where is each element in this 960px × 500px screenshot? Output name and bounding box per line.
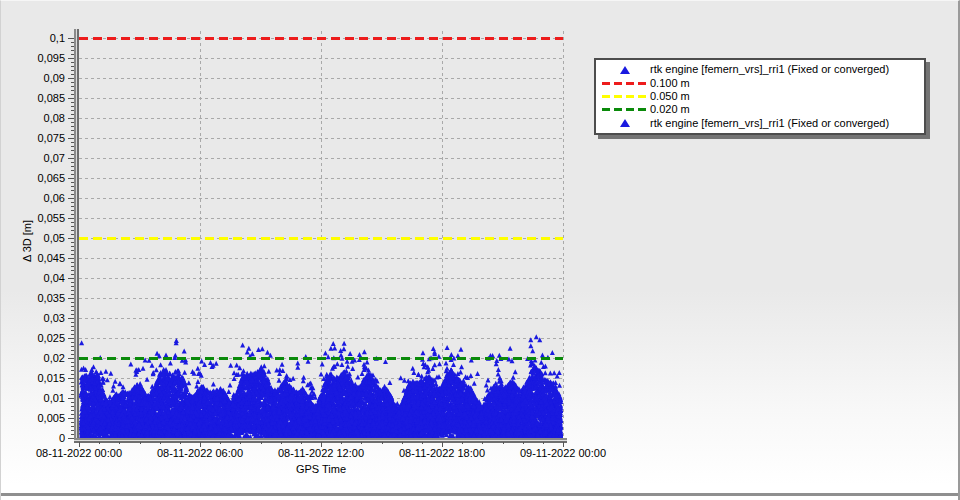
y-minor-tick: [71, 334, 74, 335]
y-minor-tick: [71, 422, 74, 423]
x-minor-tick: [281, 442, 282, 444]
legend-row: 0.050 m: [596, 90, 924, 103]
y-major-tick: [68, 178, 74, 179]
x-minor-tick: [220, 442, 221, 444]
app-window: 0,10,0950,090,0850,080,0750,070,0650,060…: [0, 0, 960, 500]
x-minor-tick: [422, 442, 423, 444]
y-minor-tick: [71, 370, 74, 371]
y-tick-label: 0,08: [1, 112, 65, 125]
scatter-canvas[interactable]: [79, 29, 563, 438]
y-minor-tick: [71, 226, 74, 227]
legend-dash-marker-icon: [596, 108, 650, 111]
y-minor-tick: [71, 42, 74, 43]
dash-icon: [602, 82, 646, 85]
y-major-tick: [68, 338, 74, 339]
triangle-icon: [620, 119, 630, 127]
x-minor-tick: [261, 442, 262, 444]
y-major-tick: [68, 378, 74, 379]
y-minor-tick: [71, 314, 74, 315]
y-major-tick: [68, 138, 74, 139]
y-minor-tick: [71, 262, 74, 263]
y-major-tick: [68, 398, 74, 399]
y-tick-label: 0,09: [1, 72, 65, 85]
y-minor-tick: [71, 290, 74, 291]
x-minor-tick: [382, 442, 383, 444]
ref-line-0.100m: [79, 37, 563, 40]
y-major-tick: [68, 198, 74, 199]
y-minor-tick: [71, 242, 74, 243]
y-minor-tick: [71, 406, 74, 407]
legend-row: 0.020 m: [596, 103, 924, 116]
y-minor-tick: [71, 342, 74, 343]
y-minor-tick: [71, 90, 74, 91]
y-minor-tick: [71, 390, 74, 391]
y-minor-tick: [71, 282, 74, 283]
y-minor-tick: [71, 434, 74, 435]
y-minor-tick: [71, 286, 74, 287]
y-minor-tick: [71, 350, 74, 351]
x-minor-tick: [119, 442, 120, 444]
x-minor-tick: [99, 442, 100, 444]
y-tick-label: 0,01: [1, 392, 65, 405]
y-minor-tick: [71, 166, 74, 167]
x-axis-title: GPS Time: [79, 463, 563, 475]
y-major-tick: [68, 38, 74, 39]
y-minor-tick: [71, 146, 74, 147]
y-minor-tick: [71, 122, 74, 123]
legend-triangle-marker-icon: [596, 66, 650, 74]
y-minor-tick: [71, 130, 74, 131]
y-minor-tick: [71, 94, 74, 95]
y-tick-label: 0,075: [1, 132, 65, 145]
dash-icon: [602, 108, 646, 111]
legend-label: 0.020 m: [650, 103, 690, 116]
x-minor-tick: [543, 442, 544, 444]
y-minor-tick: [71, 430, 74, 431]
y-minor-tick: [71, 274, 74, 275]
y-major-tick: [68, 218, 74, 219]
y-minor-tick: [71, 202, 74, 203]
y-major-tick: [68, 358, 74, 359]
y-minor-tick: [71, 246, 74, 247]
y-tick-label: 0,07: [1, 152, 65, 165]
legend-box: rtk engine [femern_vrs]_rri1 (Fixed or c…: [594, 58, 926, 135]
y-minor-tick: [71, 426, 74, 427]
x-tick-label: 08-11-2022 00:00: [23, 447, 135, 460]
x-tick-label: 08-11-2022 12:00: [265, 447, 377, 460]
y-minor-tick: [71, 214, 74, 215]
legend-dash-marker-icon: [596, 82, 650, 85]
x-minor-tick: [462, 442, 463, 444]
y-minor-tick: [71, 310, 74, 311]
legend-label: 0.100 m: [650, 77, 690, 90]
legend-row: rtk engine [femern_vrs]_rri1 (Fixed or c…: [596, 117, 924, 130]
legend-row: 0.100 m: [596, 76, 924, 89]
y-minor-tick: [71, 46, 74, 47]
y-minor-tick: [71, 394, 74, 395]
y-minor-tick: [71, 86, 74, 87]
y-minor-tick: [71, 54, 74, 55]
y-minor-tick: [71, 374, 74, 375]
vertical-gridline: [563, 31, 564, 438]
y-minor-tick: [71, 70, 74, 71]
y-minor-tick: [71, 362, 74, 363]
y-tick-label: 0: [1, 432, 65, 445]
y-minor-tick: [71, 386, 74, 387]
y-minor-tick: [71, 330, 74, 331]
y-minor-tick: [71, 346, 74, 347]
y-minor-tick: [71, 62, 74, 63]
legend-triangle-marker-icon: [596, 119, 650, 127]
y-minor-tick: [71, 354, 74, 355]
y-minor-tick: [71, 74, 74, 75]
y-minor-tick: [71, 206, 74, 207]
y-minor-tick: [71, 126, 74, 127]
y-minor-tick: [71, 302, 74, 303]
y-minor-tick: [71, 134, 74, 135]
x-minor-tick: [523, 442, 524, 444]
y-minor-tick: [71, 414, 74, 415]
y-minor-tick: [71, 174, 74, 175]
y-major-tick: [68, 278, 74, 279]
y-minor-tick: [71, 230, 74, 231]
y-minor-tick: [71, 114, 74, 115]
y-minor-tick: [71, 190, 74, 191]
x-minor-tick: [482, 442, 483, 444]
y-minor-tick: [71, 326, 74, 327]
